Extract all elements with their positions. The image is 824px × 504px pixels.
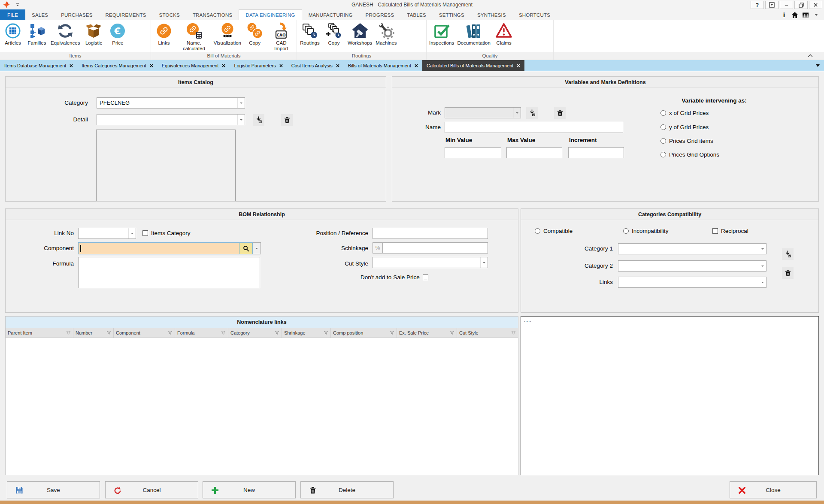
- mark-delete-button[interactable]: [554, 107, 566, 119]
- filter-icon[interactable]: [168, 330, 173, 335]
- copy-routings-button[interactable]: Copy: [322, 21, 346, 46]
- home-icon[interactable]: [791, 12, 798, 18]
- option-x-of-grid-prices[interactable]: x of Grid Prices: [660, 110, 709, 116]
- compat-import-button[interactable]: [782, 248, 794, 260]
- restore-button[interactable]: [794, 1, 808, 9]
- menu-tab-file[interactable]: FILE: [0, 9, 25, 20]
- tab-items-categories-management[interactable]: Items Categories Management: [77, 60, 157, 71]
- category-2-combobox[interactable]: [618, 260, 766, 272]
- radio-icon[interactable]: [660, 110, 666, 116]
- chevron-down-icon[interactable]: [513, 108, 521, 118]
- filter-icon[interactable]: [390, 330, 394, 335]
- machines-button[interactable]: Machines: [374, 21, 398, 46]
- detail-import-button[interactable]: [253, 114, 264, 126]
- column-header-shrinkage[interactable]: Shrinkage: [282, 328, 331, 338]
- close-button[interactable]: Close: [730, 481, 817, 498]
- checkbox-icon[interactable]: [142, 230, 148, 236]
- column-header-category[interactable]: Category: [228, 328, 282, 338]
- links-button[interactable]: Links: [152, 21, 176, 46]
- detail-delete-button[interactable]: [281, 114, 293, 126]
- column-header-ex-sale-price[interactable]: Ex. Sale Price: [397, 328, 457, 338]
- equivalences-button[interactable]: Equivalences: [49, 21, 82, 46]
- category-1-combobox[interactable]: [618, 243, 766, 254]
- help-button[interactable]: ?: [751, 1, 764, 9]
- copy-bom-button[interactable]: Copy: [243, 21, 267, 46]
- menu-tab-tables[interactable]: TABLES: [400, 9, 432, 20]
- chevron-down-icon[interactable]: [480, 257, 488, 268]
- close-icon[interactable]: [279, 64, 283, 67]
- chevron-down-icon[interactable]: [759, 244, 766, 254]
- link-no-combobox[interactable]: [78, 228, 136, 239]
- menu-tab-sales[interactable]: SALES: [25, 9, 55, 20]
- documentation-button[interactable]: Documentation: [456, 21, 492, 46]
- column-header-component[interactable]: Component: [114, 328, 175, 338]
- menu-tab-data-engineering[interactable]: DATA ENGINEERING: [239, 9, 302, 20]
- column-header-formula[interactable]: Formula: [175, 328, 228, 338]
- radio-icon[interactable]: [535, 228, 540, 234]
- ribbon-collapse-icon[interactable]: [808, 54, 813, 57]
- column-header-cut-style[interactable]: Cut Style: [457, 328, 518, 338]
- radio-icon[interactable]: [660, 138, 666, 144]
- dont-add-sale-price-option[interactable]: Don't add to Sale Price: [360, 274, 428, 281]
- cancel-button[interactable]: Cancel: [105, 481, 198, 498]
- chevron-down-icon[interactable]: [759, 277, 766, 287]
- chevron-down-icon[interactable]: [128, 228, 136, 238]
- column-header-number[interactable]: Number: [73, 328, 114, 338]
- filter-icon[interactable]: [106, 330, 111, 335]
- component-input[interactable]: [78, 242, 239, 254]
- menu-tab-stocks[interactable]: STOCKS: [153, 9, 186, 20]
- close-icon[interactable]: [415, 64, 418, 67]
- nomenclature-table-body[interactable]: [6, 338, 518, 475]
- tab-bills-of-materials-management[interactable]: Bills of Materials Management: [344, 60, 422, 71]
- position-reference-input[interactable]: [373, 228, 488, 239]
- delete-button[interactable]: Delete: [300, 481, 394, 498]
- tab-equivalences-management[interactable]: Equivalences Management: [158, 60, 230, 71]
- formula-textarea[interactable]: [78, 257, 260, 288]
- menu-tab-requirements[interactable]: REQUIREMENTS: [99, 9, 153, 20]
- save-button[interactable]: Save: [7, 481, 100, 498]
- close-window-button[interactable]: [809, 1, 822, 9]
- schinkage-input[interactable]: [382, 242, 488, 254]
- close-icon[interactable]: [70, 64, 73, 67]
- component-dropdown-button[interactable]: [253, 242, 261, 254]
- category-combobox[interactable]: PFECLNEG: [97, 97, 245, 109]
- column-header-parent-item[interactable]: Parent Item: [6, 328, 73, 338]
- pin-button[interactable]: [765, 1, 779, 9]
- filter-icon[interactable]: [66, 330, 71, 335]
- filter-icon[interactable]: [324, 330, 328, 335]
- compat-delete-button[interactable]: [782, 267, 794, 279]
- new-button[interactable]: New: [203, 481, 296, 498]
- detail-combobox[interactable]: [97, 114, 245, 125]
- radio-icon[interactable]: [660, 152, 666, 157]
- option-y-of-grid-prices[interactable]: y of Grid Prices: [660, 124, 709, 130]
- tab-items-database-management[interactable]: Items Database Management: [0, 60, 77, 71]
- chevron-down-icon[interactable]: [237, 98, 245, 108]
- cad-import-button[interactable]: CAO CAD Import: [267, 21, 296, 51]
- option-prices-grid-options[interactable]: Prices Grid Options: [660, 151, 719, 158]
- chevron-down-icon[interactable]: [237, 115, 245, 125]
- component-search-button[interactable]: [239, 242, 253, 254]
- filter-icon[interactable]: [275, 330, 279, 335]
- close-icon[interactable]: [336, 64, 339, 67]
- inspections-button[interactable]: Inspections: [427, 21, 456, 46]
- name-calculated-button[interactable]: Name. calculated: [176, 21, 212, 51]
- close-icon[interactable]: [150, 64, 153, 67]
- checkbox-icon[interactable]: [423, 275, 428, 280]
- price-button[interactable]: € Price: [106, 21, 130, 46]
- column-header-comp-position[interactable]: Comp position: [331, 328, 397, 338]
- checkbox-icon[interactable]: [712, 228, 718, 234]
- claims-button[interactable]: Claims: [492, 21, 516, 46]
- tab-logistic-parameters[interactable]: Logistic Parameters: [230, 60, 287, 71]
- tab-cost-items-analysis[interactable]: Cost Items Analysis: [287, 60, 344, 71]
- filter-icon[interactable]: [450, 330, 454, 335]
- items-catalog-list[interactable]: [96, 130, 236, 201]
- menu-tab-purchases[interactable]: PURCHASES: [55, 9, 99, 20]
- filter-icon[interactable]: [511, 330, 516, 335]
- compatible-option[interactable]: Compatible: [535, 228, 573, 234]
- min-value-input[interactable]: [445, 147, 501, 158]
- grid-icon[interactable]: [802, 12, 809, 18]
- name-input[interactable]: [445, 122, 623, 133]
- menu-tab-manufacturing[interactable]: MANUFACTURING: [302, 9, 359, 20]
- tab-calculated-bills-of-materials-management[interactable]: Calculated Bills of Materials Management: [422, 60, 524, 71]
- chevron-down-icon[interactable]: [813, 12, 820, 18]
